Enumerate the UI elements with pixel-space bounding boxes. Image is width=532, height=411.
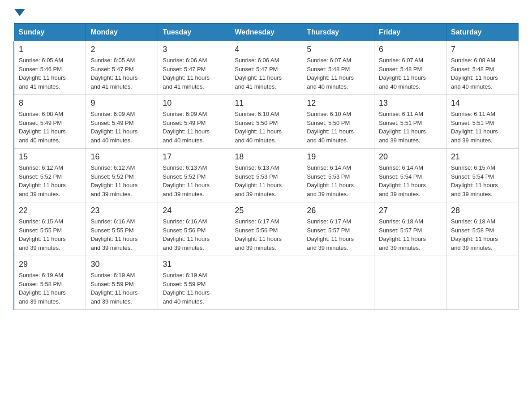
day-info: Sunrise: 6:07 AM Sunset: 5:48 PM Dayligh… (307, 56, 369, 91)
calendar-cell: 27 Sunrise: 6:18 AM Sunset: 5:57 PM Dayl… (374, 202, 446, 256)
day-number: 23 (90, 206, 153, 215)
calendar-cell: 14 Sunrise: 6:11 AM Sunset: 5:51 PM Dayl… (446, 95, 519, 149)
day-info: Sunrise: 6:09 AM Sunset: 5:49 PM Dayligh… (163, 110, 225, 145)
calendar-cell: 24 Sunrise: 6:16 AM Sunset: 5:56 PM Dayl… (158, 202, 230, 256)
calendar-cell: 12 Sunrise: 6:10 AM Sunset: 5:50 PM Dayl… (302, 95, 374, 149)
col-header-wednesday: Wednesday (230, 24, 302, 41)
calendar-cell: 26 Sunrise: 6:17 AM Sunset: 5:57 PM Dayl… (302, 202, 374, 256)
day-number: 21 (451, 152, 514, 162)
calendar-cell (302, 256, 374, 310)
calendar-cell: 8 Sunrise: 6:08 AM Sunset: 5:49 PM Dayli… (14, 95, 86, 149)
day-info: Sunrise: 6:07 AM Sunset: 5:48 PM Dayligh… (379, 56, 442, 91)
day-number: 30 (90, 260, 153, 269)
week-row-1: 1 Sunrise: 6:05 AM Sunset: 5:46 PM Dayli… (14, 41, 519, 95)
week-row-3: 15 Sunrise: 6:12 AM Sunset: 5:52 PM Dayl… (14, 149, 519, 202)
day-number: 22 (19, 206, 81, 215)
header-row: SundayMondayTuesdayWednesdayThursdayFrid… (14, 24, 519, 41)
week-row-2: 8 Sunrise: 6:08 AM Sunset: 5:49 PM Dayli… (14, 95, 519, 149)
day-number: 25 (235, 206, 297, 215)
day-number: 26 (307, 206, 369, 215)
calendar-cell: 10 Sunrise: 6:09 AM Sunset: 5:49 PM Dayl… (158, 95, 230, 149)
day-number: 28 (451, 206, 514, 215)
day-number: 29 (19, 260, 81, 269)
calendar-cell: 9 Sunrise: 6:09 AM Sunset: 5:49 PM Dayli… (86, 95, 158, 149)
day-info: Sunrise: 6:06 AM Sunset: 5:47 PM Dayligh… (163, 56, 225, 91)
calendar-cell: 29 Sunrise: 6:19 AM Sunset: 5:58 PM Dayl… (14, 256, 86, 310)
day-info: Sunrise: 6:14 AM Sunset: 5:54 PM Dayligh… (379, 163, 442, 198)
day-info: Sunrise: 6:11 AM Sunset: 5:51 PM Dayligh… (379, 110, 442, 145)
day-number: 19 (307, 152, 369, 162)
day-info: Sunrise: 6:10 AM Sunset: 5:50 PM Dayligh… (307, 110, 369, 145)
logo-arrow-icon (14, 9, 25, 16)
day-info: Sunrise: 6:06 AM Sunset: 5:47 PM Dayligh… (235, 56, 297, 91)
logo-text (13, 9, 26, 16)
calendar-cell: 31 Sunrise: 6:19 AM Sunset: 5:59 PM Dayl… (158, 256, 230, 310)
day-number: 10 (163, 98, 225, 108)
day-number: 2 (90, 45, 153, 54)
day-number: 17 (163, 152, 225, 162)
day-number: 14 (451, 98, 514, 108)
calendar-cell: 11 Sunrise: 6:10 AM Sunset: 5:50 PM Dayl… (230, 95, 302, 149)
day-info: Sunrise: 6:17 AM Sunset: 5:57 PM Dayligh… (307, 217, 369, 252)
col-header-friday: Friday (374, 24, 446, 41)
day-info: Sunrise: 6:15 AM Sunset: 5:54 PM Dayligh… (451, 163, 514, 198)
day-number: 11 (235, 98, 297, 108)
week-row-4: 22 Sunrise: 6:15 AM Sunset: 5:55 PM Dayl… (14, 202, 519, 256)
day-number: 6 (379, 45, 442, 54)
calendar-cell (374, 256, 446, 310)
day-info: Sunrise: 6:18 AM Sunset: 5:57 PM Dayligh… (379, 217, 442, 252)
calendar-cell: 5 Sunrise: 6:07 AM Sunset: 5:48 PM Dayli… (302, 41, 374, 95)
calendar-cell (446, 256, 519, 310)
day-number: 13 (379, 98, 442, 108)
day-info: Sunrise: 6:08 AM Sunset: 5:49 PM Dayligh… (19, 110, 81, 145)
day-number: 9 (90, 98, 153, 108)
day-info: Sunrise: 6:05 AM Sunset: 5:46 PM Dayligh… (19, 56, 81, 91)
day-number: 18 (235, 152, 297, 162)
day-number: 4 (235, 45, 297, 54)
calendar-cell: 28 Sunrise: 6:18 AM Sunset: 5:58 PM Dayl… (446, 202, 519, 256)
calendar-cell: 25 Sunrise: 6:17 AM Sunset: 5:56 PM Dayl… (230, 202, 302, 256)
calendar-cell: 16 Sunrise: 6:12 AM Sunset: 5:52 PM Dayl… (86, 149, 158, 202)
day-number: 15 (19, 152, 81, 162)
day-info: Sunrise: 6:13 AM Sunset: 5:52 PM Dayligh… (163, 163, 225, 198)
day-number: 31 (163, 260, 225, 269)
day-number: 5 (307, 45, 369, 54)
day-info: Sunrise: 6:12 AM Sunset: 5:52 PM Dayligh… (90, 163, 153, 198)
calendar-cell: 15 Sunrise: 6:12 AM Sunset: 5:52 PM Dayl… (14, 149, 86, 202)
day-number: 7 (451, 45, 514, 54)
calendar-cell: 20 Sunrise: 6:14 AM Sunset: 5:54 PM Dayl… (374, 149, 446, 202)
calendar-cell: 19 Sunrise: 6:14 AM Sunset: 5:53 PM Dayl… (302, 149, 374, 202)
calendar-cell: 4 Sunrise: 6:06 AM Sunset: 5:47 PM Dayli… (230, 41, 302, 95)
calendar-cell: 13 Sunrise: 6:11 AM Sunset: 5:51 PM Dayl… (374, 95, 446, 149)
day-info: Sunrise: 6:16 AM Sunset: 5:56 PM Dayligh… (163, 217, 225, 252)
col-header-tuesday: Tuesday (158, 24, 230, 41)
calendar-cell: 7 Sunrise: 6:08 AM Sunset: 5:48 PM Dayli… (446, 41, 519, 95)
calendar-table: SundayMondayTuesdayWednesdayThursdayFrid… (13, 23, 519, 310)
day-info: Sunrise: 6:19 AM Sunset: 5:58 PM Dayligh… (19, 271, 81, 306)
calendar-cell: 30 Sunrise: 6:19 AM Sunset: 5:59 PM Dayl… (86, 256, 158, 310)
day-number: 16 (90, 152, 153, 162)
calendar-cell: 17 Sunrise: 6:13 AM Sunset: 5:52 PM Dayl… (158, 149, 230, 202)
day-number: 20 (379, 152, 442, 162)
calendar-cell: 3 Sunrise: 6:06 AM Sunset: 5:47 PM Dayli… (158, 41, 230, 95)
calendar-cell: 1 Sunrise: 6:05 AM Sunset: 5:46 PM Dayli… (14, 41, 86, 95)
day-number: 12 (307, 98, 369, 108)
calendar-cell: 2 Sunrise: 6:05 AM Sunset: 5:47 PM Dayli… (86, 41, 158, 95)
col-header-saturday: Saturday (446, 24, 519, 41)
day-info: Sunrise: 6:08 AM Sunset: 5:48 PM Dayligh… (451, 56, 514, 91)
day-info: Sunrise: 6:16 AM Sunset: 5:55 PM Dayligh… (90, 217, 153, 252)
col-header-thursday: Thursday (302, 24, 374, 41)
calendar-cell: 23 Sunrise: 6:16 AM Sunset: 5:55 PM Dayl… (86, 202, 158, 256)
day-info: Sunrise: 6:19 AM Sunset: 5:59 PM Dayligh… (163, 271, 225, 306)
day-info: Sunrise: 6:19 AM Sunset: 5:59 PM Dayligh… (90, 271, 153, 306)
day-info: Sunrise: 6:13 AM Sunset: 5:53 PM Dayligh… (235, 163, 297, 198)
day-number: 1 (19, 45, 81, 54)
logo (13, 9, 26, 14)
day-info: Sunrise: 6:09 AM Sunset: 5:49 PM Dayligh… (90, 110, 153, 145)
day-info: Sunrise: 6:17 AM Sunset: 5:56 PM Dayligh… (235, 217, 297, 252)
day-info: Sunrise: 6:11 AM Sunset: 5:51 PM Dayligh… (451, 110, 514, 145)
day-number: 8 (19, 98, 81, 108)
calendar-cell (230, 256, 302, 310)
day-info: Sunrise: 6:12 AM Sunset: 5:52 PM Dayligh… (19, 163, 81, 198)
day-info: Sunrise: 6:05 AM Sunset: 5:47 PM Dayligh… (90, 56, 153, 91)
